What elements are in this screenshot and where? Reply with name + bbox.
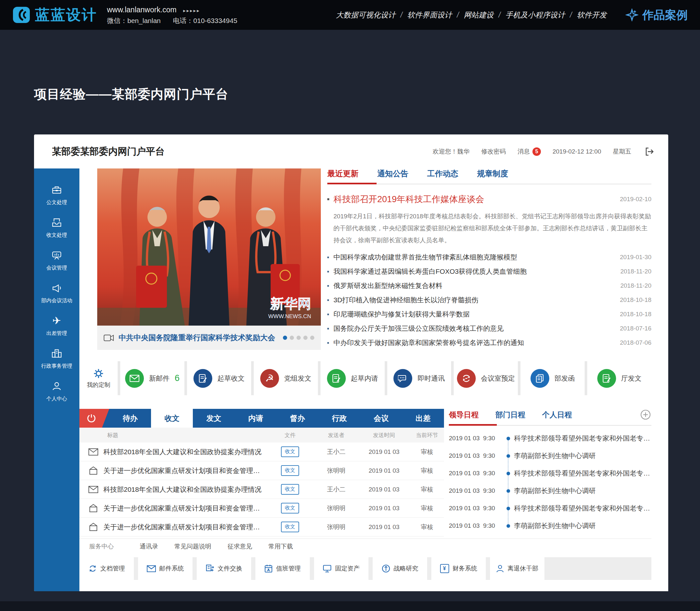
quick-action-new-mail[interactable]: 新邮件 6: [120, 361, 185, 395]
tab-personal-schedule[interactable]: 个人日程: [542, 410, 572, 420]
app-file-exchange[interactable]: 文件交换: [197, 557, 251, 580]
portfolio-link[interactable]: 作品案例: [626, 8, 688, 23]
news-item-title[interactable]: 中国科学家成功创建世界首批生物节律紊乱体细胞克隆猴模型: [334, 253, 517, 262]
task-row[interactable]: 科技部2018年全国人大建议和全国政协提案办理情况 收文 王小二 2019 01…: [79, 480, 444, 499]
sidebar-item-geren[interactable]: 个人中心: [46, 380, 67, 402]
news-list-item[interactable]: 我国科学家通过基因编辑长寿蛋白FOXO3获得优质人类血管细胞 2018-11-2…: [327, 264, 652, 279]
news-item-title[interactable]: 俄罗斯研发出新型纳米磁性复合材料: [334, 281, 442, 290]
site-url[interactable]: www.lanlanwork.com: [107, 5, 177, 14]
add-schedule-icon[interactable]: [640, 409, 652, 420]
carousel-dot[interactable]: [296, 336, 301, 340]
carousel-caption-text[interactable]: 中共中央国务院隆重举行国家科学技术奖励大会: [119, 333, 278, 343]
sidebar-item-xingzheng[interactable]: 行政事务管理: [41, 347, 72, 370]
app-mail-system[interactable]: 邮件系统: [138, 557, 192, 580]
app-strategy-research[interactable]: 战略研究: [373, 557, 427, 580]
link-downloads[interactable]: 常用下载: [268, 542, 293, 551]
schedule-text[interactable]: 科学技术部领导看望外国老专家和外国老专家家属: [514, 434, 652, 443]
schedule-text[interactable]: 科学技术部领导看望外国老专家和外国老专家家属: [514, 469, 652, 478]
news-list-item[interactable]: 中办印发关于做好国家勋章和国家荣誉称号提名评选工作的通知 2018-07-06: [327, 336, 652, 350]
task-tab-admin[interactable]: 行政: [319, 409, 360, 428]
quick-action-meeting-room[interactable]: 会议室预定: [454, 361, 518, 395]
nav-item-software-ui[interactable]: 软件界面设计: [407, 10, 452, 20]
schedule-item[interactable]: 2019 01 03 9:30 科学技术部领导看望外国老专家和外国老专家家属: [449, 430, 652, 447]
tab-rules[interactable]: 规章制度: [477, 168, 508, 179]
task-title[interactable]: 关于进一步优化国家重点研发计划项目和资金管理的通知: [103, 504, 266, 513]
task-tab-receive[interactable]: 收文: [151, 409, 193, 428]
nav-item-dev[interactable]: 软件开发: [577, 10, 607, 20]
carousel-dot[interactable]: [290, 336, 294, 340]
tab-leader-schedule[interactable]: 领导日程: [449, 410, 479, 420]
news-list-item[interactable]: 中国科学家成功创建世界首批生物节律紊乱体细胞克隆猴模型 2019-01-30: [327, 250, 652, 264]
quick-action-ministry-letter[interactable]: 部发函: [521, 361, 585, 395]
schedule-text[interactable]: 科学技术部领导看望外国老专家和外国老专家家属: [514, 504, 652, 513]
task-row[interactable]: 科技部2018年全国人大建议和全国政协提案办理情况 收文 王小二 2019 01…: [79, 443, 444, 461]
schedule-item[interactable]: 2019 01 03 9:30 李萌副部长到生物中心调研: [449, 517, 652, 535]
sidebar-item-huiyi[interactable]: 会议管理: [46, 249, 67, 271]
quick-action-office-dispatch[interactable]: 厅发文: [587, 361, 652, 395]
logout-icon[interactable]: [644, 146, 655, 157]
schedule-text[interactable]: 李萌副部长到生物中心调研: [514, 451, 652, 460]
news-list-item[interactable]: 俄罗斯研发出新型纳米磁性复合材料 2018-11-20: [327, 279, 652, 293]
carousel-dot[interactable]: [283, 336, 287, 340]
sidebar-item-shouwen[interactable]: 收文处理: [46, 216, 67, 239]
nav-item-mobile[interactable]: 手机及小程序设计: [506, 10, 565, 20]
task-tab-travel[interactable]: 出差: [402, 409, 444, 428]
task-title[interactable]: 科技部2018年全国人大建议和全国政协提案办理情况: [103, 485, 262, 494]
nav-item-bigdata[interactable]: 大数据可视化设计: [336, 10, 395, 20]
news-item-title[interactable]: 中办印发关于做好国家勋章和国家荣誉称号提名评选工作的通知: [334, 338, 524, 347]
news-list-item[interactable]: 3D打印植入物促进神经细胞生长以治疗脊髓损伤 2018-10-18: [327, 293, 652, 307]
task-row[interactable]: 关于进一步优化国家重点研发计划项目和资金管理的通知 收文 张明明 2019 01…: [79, 518, 444, 536]
messages-link[interactable]: 消息 5: [517, 147, 541, 156]
nav-item-website[interactable]: 网站建设: [464, 10, 494, 20]
task-title[interactable]: 科技部2018年全国人大建议和全国政协提案办理情况: [103, 447, 262, 457]
task-tab-supervise[interactable]: 督办: [277, 409, 319, 428]
tab-recent-updates[interactable]: 最近更新: [327, 168, 359, 179]
schedule-text[interactable]: 李萌副部长到生物中心调研: [514, 486, 652, 495]
sidebar-item-bunei-huiyi[interactable]: 部内会议活动: [41, 282, 72, 304]
task-title[interactable]: 关于进一步优化国家重点研发计划项目和资金管理的通知: [103, 523, 266, 532]
news-item-title[interactable]: 印尼珊瑚礁保护与修复计划获得大量科学数据: [334, 310, 470, 319]
change-password-link[interactable]: 修改密码: [481, 147, 506, 156]
news-item-title[interactable]: 3D打印植入物促进神经细胞生长以治疗脊髓损伤: [334, 296, 478, 304]
schedule-item[interactable]: 2019 01 03 9:30 李萌副部长到生物中心调研: [449, 447, 652, 465]
sidebar-item-chuchai[interactable]: ✈ 出差管理: [46, 314, 67, 337]
task-title[interactable]: 关于进一步优化国家重点研发计划项目和资金管理的通知: [103, 466, 266, 475]
app-finance-system[interactable]: ¥ 财务系统: [431, 557, 486, 580]
task-tab-internal[interactable]: 内请: [235, 409, 276, 428]
tasks-module: 待办 收文 发文 内请 督办 行政 会议 出差 标题 文件 发送者 发送时间 当…: [79, 409, 444, 536]
tab-notices[interactable]: 通知公告: [377, 168, 408, 179]
carousel-dot[interactable]: [303, 336, 308, 340]
link-faq[interactable]: 常见问题说明: [174, 542, 211, 551]
task-tab-todo[interactable]: 待办: [109, 409, 151, 428]
news-list-item[interactable]: 印尼珊瑚礁保护与修复计划获得大量科学数据 2018-10-18: [327, 307, 652, 322]
news-list-item[interactable]: 国务院办公厅关于加强三级公立医院绩效考核工作的意见 2018-07-16: [327, 322, 652, 336]
app-fixed-assets[interactable]: 固定资产: [314, 557, 368, 580]
app-duty-management[interactable]: 值班管理: [256, 557, 310, 580]
schedule-item[interactable]: 2019 01 03 9:30 李萌副部长到生物中心调研: [449, 482, 652, 500]
task-tab-meeting[interactable]: 会议: [360, 409, 402, 428]
news-item-title[interactable]: 国务院办公厅关于加强三级公立医院绩效考核工作的意见: [334, 324, 504, 333]
schedule-item[interactable]: 2019 01 03 9:30 科学技术部领导看望外国老专家和外国老专家家属: [449, 465, 652, 482]
quick-action-im[interactable]: 即时通讯: [387, 361, 451, 395]
featured-news-title[interactable]: 科技部召开2019年科技工作媒体座谈会: [334, 193, 484, 205]
app-doc-management[interactable]: 文档管理: [79, 557, 134, 580]
tab-dept-schedule[interactable]: 部门日程: [496, 410, 525, 420]
quick-action-draft-internal[interactable]: 起草内请: [321, 361, 385, 395]
news-tabs: 最近更新 通知公告 工作动态 规章制度: [327, 168, 652, 184]
task-tab-dispatch[interactable]: 发文: [193, 409, 235, 428]
schedule-text[interactable]: 李萌副部长到生物中心调研: [514, 521, 652, 530]
carousel-dot[interactable]: [310, 336, 315, 340]
quick-action-customize[interactable]: 我的定制: [79, 361, 118, 395]
app-retired-cadres[interactable]: 离退休干部: [490, 557, 544, 580]
task-row[interactable]: 关于进一步优化国家重点研发计划项目和资金管理的通知 收文 张明明 2019 01…: [79, 499, 444, 518]
link-feedback[interactable]: 征求意见: [228, 542, 252, 551]
carousel-photo[interactable]: 新华网 WWW.NEWS.CN: [97, 168, 321, 326]
quick-action-draft-receive[interactable]: 起草收文: [187, 361, 251, 395]
sidebar-item-gongwen[interactable]: 公文处理: [46, 183, 67, 206]
schedule-item[interactable]: 2019 01 03 9:30 科学技术部领导看望外国老专家和外国老专家家属: [449, 500, 652, 517]
tab-work-trends[interactable]: 工作动态: [427, 168, 458, 179]
task-row[interactable]: 关于进一步优化国家重点研发计划项目和资金管理的通知 收文 张明明 2019 01…: [79, 461, 444, 480]
link-contacts[interactable]: 通讯录: [140, 542, 158, 551]
news-item-title[interactable]: 我国科学家通过基因编辑长寿蛋白FOXO3获得优质人类血管细胞: [334, 267, 527, 276]
quick-action-party-dispatch[interactable]: ☭ 党组发文: [254, 361, 318, 395]
